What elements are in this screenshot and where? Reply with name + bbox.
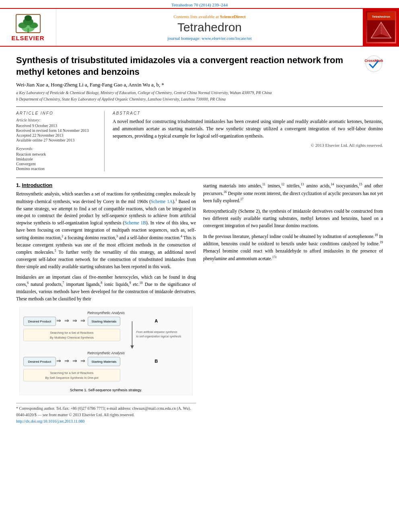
svg-text:Retrosynthetic Analysis: Retrosynthetic Analysis	[87, 311, 125, 315]
scheme1-diagram: Retrosynthetic Analysis Desired Product …	[16, 307, 196, 395]
keywords-section: Keywords: Reaction network Imidazole Con…	[16, 146, 98, 171]
cover-logo-area: Tetrahedron	[363, 9, 399, 46]
svg-text:to self-organization logical s: to self-organization logical synthesis	[136, 335, 182, 338]
svg-text:Searching for a Set of Reactio: Searching for a Set of Reactions	[50, 371, 94, 375]
svg-text:Desired Product: Desired Product	[28, 320, 51, 323]
accepted-date: Accepted 22 November 2013	[16, 133, 98, 138]
crossmark-icon[interactable]: CrossMark	[365, 55, 383, 73]
science-direct-line: Contents lists available at ScienceDirec…	[173, 14, 245, 19]
homepage-label: journal homepage:	[167, 36, 202, 41]
doi-footnote: http://dx.doi.org/10.1016/j.tet.2013.11.…	[16, 419, 196, 424]
elsevier-logo: ELSEVIER	[11, 14, 44, 41]
svg-text:From artificial stepwise synth: From artificial stepwise synthesis	[136, 331, 178, 334]
article-authors: Wei-Jian Xue a, Hong-Zheng Li a, Fang-Fa…	[16, 82, 383, 88]
journal-reference: Tetrahedron 70 (2014) 239–244	[0, 0, 399, 9]
keyword-2: Imidazole	[16, 157, 98, 161]
journal-title: Tetrahedron	[177, 21, 242, 34]
svg-text:Scheme 1. Self-sequence synthe: Scheme 1. Self-sequence synthesis strate…	[70, 388, 142, 392]
article-body: Synthesis of trisubstituted imidazoles v…	[0, 47, 399, 433]
svg-text:⇒: ⇒	[72, 358, 77, 364]
svg-text:Retrosynthetic Analysis: Retrosynthetic Analysis	[87, 351, 125, 355]
svg-text:⇒: ⇒	[64, 318, 69, 324]
section1-number: 1.	[16, 182, 21, 188]
svg-text:By Multistep Chemical Synthesi: By Multistep Chemical Synthesis	[50, 336, 94, 339]
right-paragraph2: Retrosynthetically (Scheme 2), the synth…	[203, 208, 383, 229]
corresponding-footnote: * Corresponding author. Tel./fax: +86 (0…	[16, 406, 196, 411]
science-direct-link[interactable]: ScienceDirect	[220, 14, 246, 19]
svg-text:A: A	[155, 318, 158, 323]
section1-title: 1. Introduction	[16, 182, 196, 188]
section1-paragraph2: Imidazoles are an important class of fiv…	[16, 274, 196, 303]
scheme1b-link[interactable]: Scheme 1B	[124, 220, 146, 225]
elsevier-text: ELSEVIER	[11, 35, 44, 41]
right-paragraph1: starting materials into amides,11 imines…	[203, 182, 383, 205]
article-title: Synthesis of trisubstituted imidazoles v…	[16, 55, 359, 78]
svg-text:⇒: ⇒	[64, 358, 69, 364]
received-date: Received 9 October 2013	[16, 123, 98, 128]
abstract-panel: ABSTRACT A novel method for constructing…	[113, 111, 383, 171]
affiliation-a: a Key Laboratory of Pesticide & Chemical…	[16, 90, 383, 96]
revised-date: Received in revised form 14 November 201…	[16, 128, 98, 133]
info-abstract-section: ARTICLE INFO Article history: Received 9…	[16, 111, 383, 171]
journal-homepage: journal homepage: www.elsevier.com/locat…	[167, 36, 251, 41]
article-title-section: Synthesis of trisubstituted imidazoles v…	[16, 55, 383, 78]
keyword-3: Convergent	[16, 162, 98, 166]
svg-text:Desired Product: Desired Product	[28, 360, 51, 364]
svg-text:B: B	[155, 359, 158, 364]
scheme1-area: Retrosynthetic Analysis Desired Product …	[16, 307, 196, 397]
section1-paragraph1: Retrosynthetic analysis, which searches …	[16, 191, 196, 270]
divider-after-affiliations	[16, 106, 383, 107]
divider-before-main	[16, 177, 383, 178]
journal-header-band: ELSEVIER Contents lists available at Sci…	[0, 9, 399, 47]
svg-text:⇒: ⇒	[80, 358, 85, 364]
available-date: Available online 27 November 2013	[16, 138, 98, 142]
svg-text:⇒: ⇒	[72, 318, 77, 324]
journal-header-center: Contents lists available at ScienceDirec…	[56, 9, 363, 46]
scheme1a-link[interactable]: Scheme 1A	[151, 199, 173, 204]
affiliation-b: b Department of Chemistry, State Key Lab…	[16, 97, 383, 102]
right-paragraph3: In the previous literature, phenacyl iod…	[203, 233, 383, 263]
main-content-columns: 1. Introduction Retrosynthetic analysis,…	[16, 182, 383, 425]
keyword-4: Domino reaction	[16, 166, 98, 171]
svg-point-14	[366, 56, 382, 72]
svg-text:Starting Materials: Starting Materials	[91, 320, 116, 323]
svg-text:Tetrahedron: Tetrahedron	[372, 15, 390, 18]
authors-text: Wei-Jian Xue a, Hong-Zheng Li a, Fang-Fa…	[16, 82, 164, 88]
contents-text: Contents lists available at	[173, 14, 219, 19]
abstract-title: ABSTRACT	[113, 111, 383, 115]
svg-text:Starting Materials: Starting Materials	[91, 360, 116, 364]
homepage-url[interactable]: www.elsevier.com/locate/tet	[202, 36, 252, 41]
svg-text:⇒: ⇒	[56, 358, 61, 364]
tetrahedron-cover-image: Tetrahedron	[366, 11, 396, 43]
left-column: 1. Introduction Retrosynthetic analysis,…	[16, 182, 196, 425]
elsevier-tree-icon	[14, 14, 42, 34]
svg-point-5	[24, 15, 31, 21]
svg-text:Searching for a Set of Reactio: Searching for a Set of Reactions	[50, 331, 94, 335]
reference-line: Tetrahedron 70 (2014) 239–244	[171, 2, 228, 7]
issn-footnote: 0040-4020/$ — see front matter © 2013 El…	[16, 412, 196, 418]
keyword-1: Reaction network	[16, 152, 98, 156]
svg-text:CrossMark: CrossMark	[365, 59, 383, 63]
page: Tetrahedron 70 (2014) 239–244 ELSEVIE	[0, 0, 399, 532]
svg-text:⇒: ⇒	[80, 318, 85, 324]
section1-title-text: Introduction	[22, 182, 52, 188]
abstract-text: A novel method for constructing trisubst…	[113, 118, 383, 140]
article-info-panel: ARTICLE INFO Article history: Received 9…	[16, 111, 105, 171]
doi-link[interactable]: http://dx.doi.org/10.1016/j.tet.2013.11.…	[16, 419, 84, 423]
elsevier-logo-area: ELSEVIER	[0, 9, 56, 46]
footnotes-section: * Corresponding author. Tel./fax: +86 (0…	[16, 403, 196, 424]
svg-text:By Self-Sequence Synthesis In : By Self-Sequence Synthesis In One-pot	[45, 376, 99, 380]
cover-image-icon: Tetrahedron	[367, 12, 395, 42]
keywords-label: Keywords:	[16, 146, 98, 151]
svg-text:⇒: ⇒	[56, 318, 61, 324]
history-label: Article history:	[16, 118, 98, 122]
article-info-title: ARTICLE INFO	[16, 111, 98, 115]
copyright-line: © 2013 Elsevier Ltd. All rights reserved…	[113, 143, 383, 148]
right-column: starting materials into amides,11 imines…	[203, 182, 383, 425]
